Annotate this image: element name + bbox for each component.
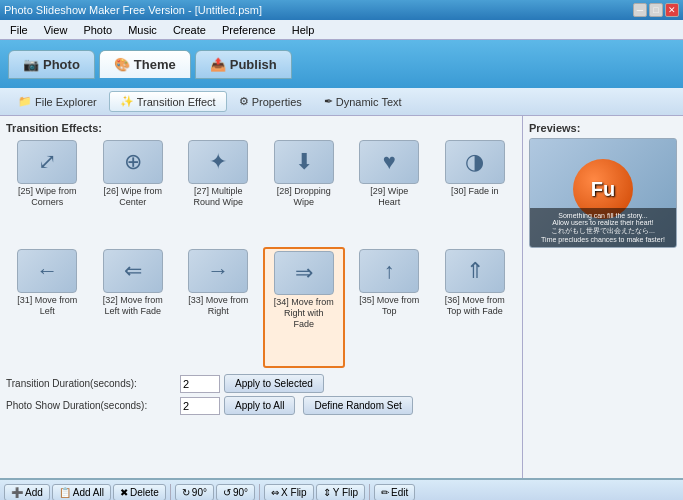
sub-tab-transition-effect[interactable]: ✨ Transition Effect bbox=[109, 91, 227, 112]
flip-y-label: Y Flip bbox=[333, 487, 358, 498]
flip-y-button[interactable]: ⇕ Y Flip bbox=[316, 484, 365, 500]
effect-thumb-30: ◑ bbox=[445, 140, 505, 184]
effect-label-33: [33] Move from Right bbox=[187, 295, 249, 317]
effect-item-36[interactable]: ⇑ [36] Move from Top with Fade bbox=[434, 247, 517, 368]
preview-text2: Allow users to realize their heart! bbox=[534, 219, 672, 226]
sub-tab-file-explorer[interactable]: 📁 File Explorer bbox=[8, 92, 107, 111]
rotate-ccw-icon: ↺ bbox=[223, 487, 231, 498]
sub-tab-dynamic-text[interactable]: ✒ Dynamic Text bbox=[314, 92, 412, 111]
separator-3 bbox=[369, 484, 370, 501]
photo-duration-input[interactable] bbox=[180, 397, 220, 415]
effect-thumb-26: ⊕ bbox=[103, 140, 163, 184]
effect-thumb-33: → bbox=[188, 249, 248, 293]
effect-item-28[interactable]: ⬇ [28] Dropping Wipe bbox=[263, 138, 346, 244]
effect-item-26[interactable]: ⊕ [26] Wipe from Center bbox=[92, 138, 175, 244]
window-title: Photo Slideshow Maker Free Version - [Un… bbox=[4, 4, 262, 16]
add-button[interactable]: ➕ Add bbox=[4, 484, 50, 500]
tab-publish[interactable]: 📤 Publish bbox=[195, 50, 292, 79]
effect-item-32[interactable]: ⇐ [32] Move from Left with Fade bbox=[92, 247, 175, 368]
effect-item-29[interactable]: ♥ [29] Wipe Heart bbox=[348, 138, 431, 244]
menu-item-photo[interactable]: Photo bbox=[77, 22, 118, 38]
menu-bar: FileViewPhotoMusicCreatePreferenceHelp bbox=[0, 20, 683, 40]
flip-x-button[interactable]: ⇔ X Flip bbox=[264, 484, 314, 500]
flip-x-label: X Flip bbox=[281, 487, 307, 498]
menu-item-music[interactable]: Music bbox=[122, 22, 163, 38]
rotate-ccw-button[interactable]: ↺ 90° bbox=[216, 484, 255, 500]
effect-label-32: [32] Move from Left with Fade bbox=[102, 295, 164, 317]
effect-thumb-29: ♥ bbox=[359, 140, 419, 184]
sub-tab-properties[interactable]: ⚙ Properties bbox=[229, 92, 312, 111]
effect-thumb-32: ⇐ bbox=[103, 249, 163, 293]
properties-icon: ⚙ bbox=[239, 95, 249, 108]
duration-controls: Transition Duration(seconds): Apply to S… bbox=[6, 374, 516, 415]
effect-item-31[interactable]: ← [31] Move from Left bbox=[6, 247, 89, 368]
edit-icon: ✏ bbox=[381, 487, 389, 498]
transition-duration-input[interactable] bbox=[180, 375, 220, 393]
transition-duration-label: Transition Duration(seconds): bbox=[6, 378, 176, 389]
transition-effect-label: Transition Effect bbox=[137, 96, 216, 108]
menu-item-view[interactable]: View bbox=[38, 22, 74, 38]
bottom-area: ➕ Add 📋 Add All ✖ Delete ↻ 90° ↺ 90° ⇔ X… bbox=[0, 478, 683, 500]
transition-effect-icon: ✨ bbox=[120, 95, 134, 108]
effect-label-31: [31] Move from Left bbox=[16, 295, 78, 317]
add-label: Add bbox=[25, 487, 43, 498]
menu-item-file[interactable]: File bbox=[4, 22, 34, 38]
window-controls: ─ □ ✕ bbox=[633, 3, 679, 17]
apply-all-button[interactable]: Apply to All bbox=[224, 396, 295, 415]
effect-label-34: [34] Move from Right with Fade bbox=[273, 297, 335, 329]
effect-label-25: [25] Wipe from Corners bbox=[16, 186, 78, 208]
tab-photo[interactable]: 📷 Photo bbox=[8, 50, 95, 79]
effect-item-33[interactable]: → [33] Move from Right bbox=[177, 247, 260, 368]
effect-thumb-36: ⇑ bbox=[445, 249, 505, 293]
delete-icon: ✖ bbox=[120, 487, 128, 498]
maximize-button[interactable]: □ bbox=[649, 3, 663, 17]
menu-item-create[interactable]: Create bbox=[167, 22, 212, 38]
thumb-toolbar: ➕ Add 📋 Add All ✖ Delete ↻ 90° ↺ 90° ⇔ X… bbox=[0, 480, 683, 500]
effect-item-30[interactable]: ◑ [30] Fade in bbox=[434, 138, 517, 244]
apply-selected-button[interactable]: Apply to Selected bbox=[224, 374, 324, 393]
dynamic-text-label: Dynamic Text bbox=[336, 96, 402, 108]
effect-label-35: [35] Move from Top bbox=[358, 295, 420, 317]
add-all-icon: 📋 bbox=[59, 487, 71, 498]
dynamic-text-icon: ✒ bbox=[324, 95, 333, 108]
effect-item-25[interactable]: ⤢ [25] Wipe from Corners bbox=[6, 138, 89, 244]
preview-text4: Time precludes chances to make faster! bbox=[534, 236, 672, 243]
effect-item-27[interactable]: ✦ [27] Multiple Round Wipe bbox=[177, 138, 260, 244]
tab-theme[interactable]: 🎨 Theme bbox=[99, 50, 191, 78]
effect-thumb-35: ↑ bbox=[359, 249, 419, 293]
preview-overlay: Something can fill the story... Allow us… bbox=[530, 208, 676, 247]
effect-label-27: [27] Multiple Round Wipe bbox=[187, 186, 249, 208]
effect-thumb-31: ← bbox=[17, 249, 77, 293]
title-bar: Photo Slideshow Maker Free Version - [Un… bbox=[0, 0, 683, 20]
effect-thumb-25: ⤢ bbox=[17, 140, 77, 184]
properties-label: Properties bbox=[252, 96, 302, 108]
effect-thumb-27: ✦ bbox=[188, 140, 248, 184]
add-icon: ➕ bbox=[11, 487, 23, 498]
edit-button[interactable]: ✏ Edit bbox=[374, 484, 415, 500]
preview-text3: これがもし世界で出会えたなら... bbox=[534, 226, 672, 236]
transition-section-title: Transition Effects: bbox=[6, 122, 516, 134]
effect-item-34[interactable]: ⇒ [34] Move from Right with Fade bbox=[263, 247, 346, 368]
file-explorer-label: File Explorer bbox=[35, 96, 97, 108]
effect-label-26: [26] Wipe from Center bbox=[102, 186, 164, 208]
add-all-button[interactable]: 📋 Add All bbox=[52, 484, 111, 500]
rotate-cw-button[interactable]: ↻ 90° bbox=[175, 484, 214, 500]
minimize-button[interactable]: ─ bbox=[633, 3, 647, 17]
content-area: Transition Effects: ⤢ [25] Wipe from Cor… bbox=[0, 116, 683, 478]
sub-toolbar: 📁 File Explorer ✨ Transition Effect ⚙ Pr… bbox=[0, 88, 683, 116]
rotate-cw-icon: ↻ bbox=[182, 487, 190, 498]
effect-thumb-34: ⇒ bbox=[274, 251, 334, 295]
right-panel: Previews: Fu Something can fill the stor… bbox=[523, 116, 683, 478]
flip-y-icon: ⇕ bbox=[323, 487, 331, 498]
left-panel: Transition Effects: ⤢ [25] Wipe from Cor… bbox=[0, 116, 523, 478]
effect-label-30: [30] Fade in bbox=[451, 186, 499, 197]
close-button[interactable]: ✕ bbox=[665, 3, 679, 17]
effect-item-35[interactable]: ↑ [35] Move from Top bbox=[348, 247, 431, 368]
preview-title: Previews: bbox=[529, 122, 677, 134]
define-random-button[interactable]: Define Random Set bbox=[303, 396, 412, 415]
delete-button[interactable]: ✖ Delete bbox=[113, 484, 166, 500]
effect-thumb-28: ⬇ bbox=[274, 140, 334, 184]
menu-item-help[interactable]: Help bbox=[286, 22, 321, 38]
menu-item-preference[interactable]: Preference bbox=[216, 22, 282, 38]
flip-x-icon: ⇔ bbox=[271, 487, 279, 498]
